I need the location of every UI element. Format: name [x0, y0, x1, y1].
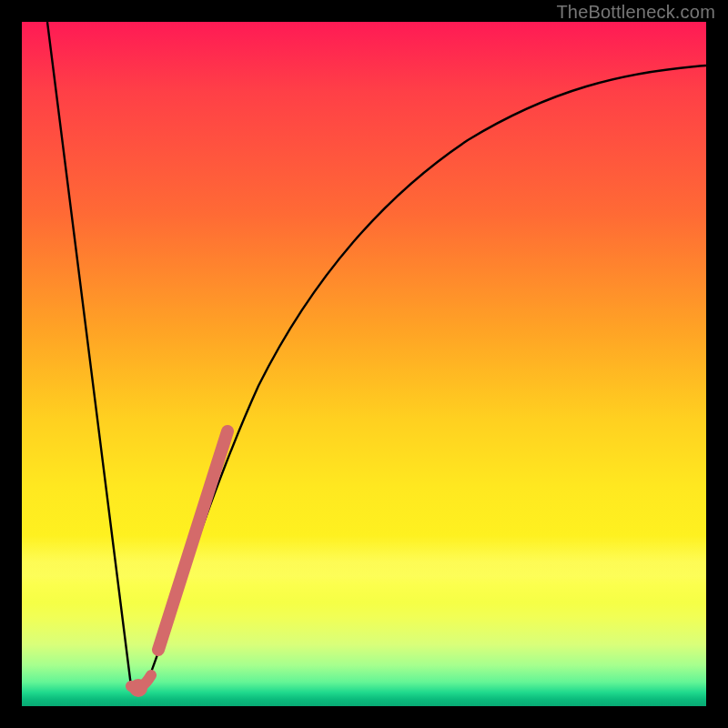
- chart-frame: TheBottleneck.com: [0, 0, 728, 728]
- plot-area: [22, 22, 706, 706]
- highlight-segment: [158, 431, 228, 650]
- minimum-marker-tail: [131, 675, 151, 688]
- watermark-text: TheBottleneck.com: [556, 2, 715, 23]
- bottleneck-curve: [47, 22, 706, 693]
- curve-layer: [22, 22, 706, 706]
